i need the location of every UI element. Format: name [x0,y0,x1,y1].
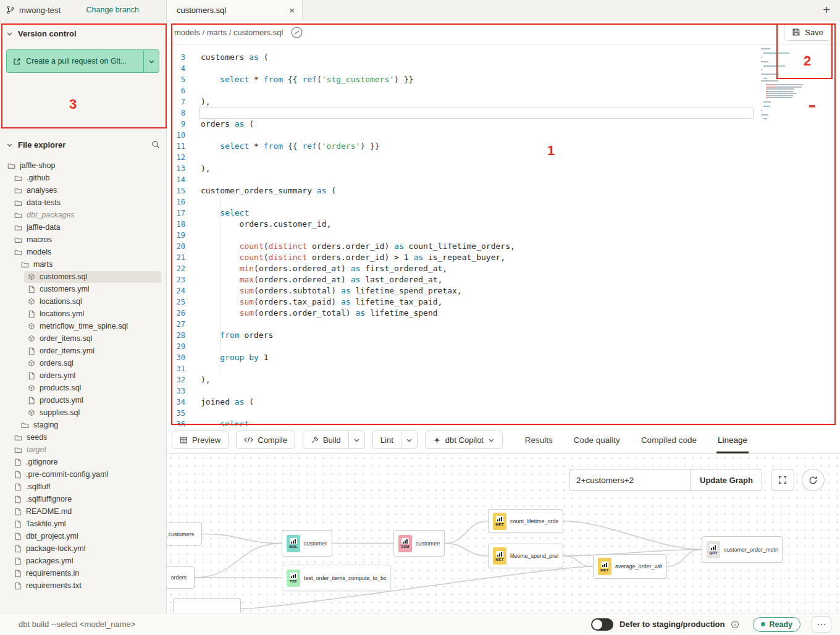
save-button[interactable]: Save [784,23,831,41]
build-button[interactable]: Build [303,431,348,448]
panel-tab-compiled-code[interactable]: Compiled code [641,426,697,453]
panel-tab-code-quality[interactable]: Code quality [574,426,620,453]
editor-code[interactable]: customers as ( select * from {{ ref('stg… [201,52,515,426]
tree-item-metricflow-time-spine-sql[interactable]: metricflow_time_spine.sql [0,320,166,332]
dbt-copilot-button[interactable]: dbt Copilot [425,431,503,449]
minimap-line [761,57,817,58]
file-icon [14,508,22,516]
model-icon [28,360,35,367]
badge-met-icon: MET [493,547,506,565]
lineage-node-lifetime_spend_pretax[interactable]: METlifetime_spend_pretax [488,544,563,568]
tree-item-label: customers.yml [40,285,90,293]
tree-item-models[interactable]: models [0,246,166,258]
tree-item-taskfile-yml[interactable]: Taskfile.yml [0,518,166,530]
lineage-node-test_order_items[interactable]: TSTtest_order_items_compute_to_bools... [282,565,391,591]
tree-item--pre-commit-config-yaml[interactable]: .pre-commit-config.yaml [0,468,166,481]
tree-item-requirements-txt[interactable]: requirements.txt [0,579,166,592]
code-line [201,85,515,96]
tree-item-inner: analyses [10,185,161,196]
compile-button[interactable]: Compile [236,431,295,449]
status-badge[interactable]: Ready [753,617,800,632]
tree-item-label: supplies.sql [40,408,80,417]
lineage-node-count_lifetime_orders[interactable]: METcount_lifetime_orders [488,509,563,533]
search-icon[interactable] [151,140,160,149]
lineage-panel[interactable]: stg_customersordersMDLcustomersTSTtest_o… [167,454,840,613]
tree-item-orders-sql[interactable]: orders.sql [0,357,166,369]
tree-item-analyses[interactable]: analyses [0,184,166,196]
file-explorer-header[interactable]: File explorer [0,137,166,152]
lineage-node-average_order_value[interactable]: METaverage_order_value [593,554,667,579]
code-line [201,196,515,208]
panel-tab-lineage[interactable]: Lineage [718,426,747,453]
lineage-node-hidden_left[interactable] [173,598,241,613]
code-line [201,230,515,241]
tree-item-products-sql[interactable]: products.sql [0,382,166,394]
lineage-node-orders[interactable]: orders [167,566,195,589]
close-tab-icon[interactable]: × [289,6,295,15]
panel-tab-results[interactable]: Results [525,426,553,453]
tree-item-inner: staging [17,419,161,431]
tree-item-jaffle-data[interactable]: jaffle-data [0,221,166,233]
chart-bars-icon [601,561,608,568]
tree-item-order-items-sql[interactable]: order_items.sql [0,332,166,345]
code-editor[interactable]: 3456789101112131415161718192021222324252… [167,44,840,426]
tree-item-label: requirements.txt [26,581,82,590]
lineage-node-customers_semantic[interactable]: SEMcustomers [393,530,445,557]
tree-item-supplies-sql[interactable]: supplies.sql [0,406,166,419]
tree-item--sqlfluff[interactable]: .sqlfluff [0,481,166,493]
tree-item-staging[interactable]: staging [0,419,166,431]
refresh-graph-button[interactable] [802,469,825,491]
lineage-node-customers_model[interactable]: MDLcustomers [282,530,332,557]
update-graph-button[interactable]: Update Graph [691,469,762,491]
minimap-line [761,48,817,49]
tree-item--sqlfluffignore[interactable]: .sqlfluffignore [0,493,166,505]
tree-item-data-tests[interactable]: data-tests [0,196,166,209]
tree-item-packages-yml[interactable]: packages.yml [0,555,166,567]
tree-item-locations-yml[interactable]: locations.yml [0,308,166,320]
code-line: ), [201,374,515,385]
tree-item-dbt-project-yml[interactable]: dbt_project.yml [0,530,166,542]
tree-item-order-items-yml[interactable]: order_items.yml [0,345,166,357]
tab-customers-sql[interactable]: customers.sql × [167,0,303,20]
tree-item--gitignore[interactable]: .gitignore [0,456,166,468]
create-pr-button-group: Create a pull request on Git... [6,49,159,73]
build-dropdown-button[interactable] [348,431,364,448]
tree-item-package-lock-yml[interactable]: package-lock.yml [0,542,166,555]
minimap-line [761,50,817,51]
info-icon[interactable] [731,620,739,629]
folder-icon [21,261,29,269]
tree-item-seeds[interactable]: seeds [0,431,166,444]
tree-item-macros[interactable]: macros [0,233,166,246]
tree-item--github[interactable]: .github [0,172,166,184]
tree-item-dbt-packages[interactable]: dbt_packages [0,209,166,221]
tree-item-locations-sql[interactable]: locations.sql [0,295,166,308]
tree-item-inner: orders.sql [24,358,161,369]
preview-button[interactable]: Preview [172,431,229,449]
format-icon[interactable] [290,26,303,39]
tree-item-jaffle-shop[interactable]: jaffle-shop [0,159,166,172]
code-line: customer_orders_summary as ( [201,185,515,196]
lineage-node-customer_order_metrics[interactable]: QRYcustomer_order_metrics [702,536,783,563]
minimap[interactable] [761,48,817,120]
tree-item-target[interactable]: target [0,444,166,456]
create-pr-dropdown-button[interactable] [143,49,159,73]
change-branch-link[interactable]: Change branch [86,6,139,14]
more-menu-button[interactable]: ⋯ [812,616,831,633]
create-pr-button[interactable]: Create a pull request on Git... [6,49,143,73]
tree-item-customers-sql[interactable]: customers.sql [0,271,166,283]
lint-dropdown-button[interactable] [401,431,417,448]
new-tab-button[interactable]: + [823,4,830,16]
lineage-selector-input[interactable] [569,469,691,491]
lint-button[interactable]: Lint [373,431,401,448]
tree-item-customers-yml[interactable]: customers.yml [0,283,166,295]
fullscreen-button[interactable] [771,469,794,491]
badge-label: SEM [401,545,410,549]
tree-item-marts[interactable]: marts [0,258,166,271]
tree-item-products-yml[interactable]: products.yml [0,394,166,406]
tree-item-readme-md[interactable]: README.md [0,505,166,518]
lineage-node-stg_customers[interactable]: stg_customers [167,523,202,545]
tree-item-requirements-in[interactable]: requirements.in [0,567,166,579]
version-control-header[interactable]: Version control [6,29,160,38]
defer-toggle[interactable] [591,618,613,631]
tree-item-orders-yml[interactable]: orders.yml [0,369,166,382]
